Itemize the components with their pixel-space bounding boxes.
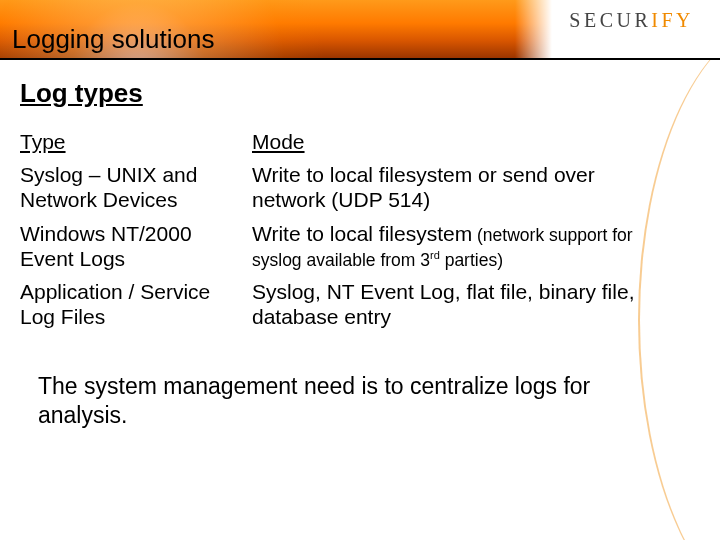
summary-text: The system management need is to central… [38,372,638,430]
col-header-type: Type [20,127,252,160]
table-row: Application / Service Log Files Syslog, … [20,277,680,335]
slide: Logging solutions SECURIFY Log types Typ… [0,0,720,540]
cell-type: Syslog – UNIX and Network Devices [20,160,252,218]
cell-mode: Write to local filesystem (network suppo… [252,219,680,277]
header-banner: Logging solutions SECURIFY [0,0,720,60]
section-heading: Log types [20,78,680,109]
content-area: Log types Type Mode Syslog – UNIX and Ne… [20,78,680,335]
table-header-row: Type Mode [20,127,680,160]
slide-title: Logging solutions [12,24,214,55]
brand-part2: IFY [651,9,694,31]
table-row: Windows NT/2000 Event Logs Write to loca… [20,219,680,277]
cell-type: Application / Service Log Files [20,277,252,335]
brand-logo: SECURIFY [569,9,694,32]
logo-container: SECURIFY [515,0,720,58]
cell-mode: Write to local filesystem or send over n… [252,160,680,218]
cell-mode: Syslog, NT Event Log, flat file, binary … [252,277,680,335]
brand-part1: SECUR [569,9,651,31]
cell-type: Windows NT/2000 Event Logs [20,219,252,277]
table-row: Syslog – UNIX and Network Devices Write … [20,160,680,218]
col-header-mode: Mode [252,127,680,160]
log-types-table: Type Mode Syslog – UNIX and Network Devi… [20,127,680,335]
